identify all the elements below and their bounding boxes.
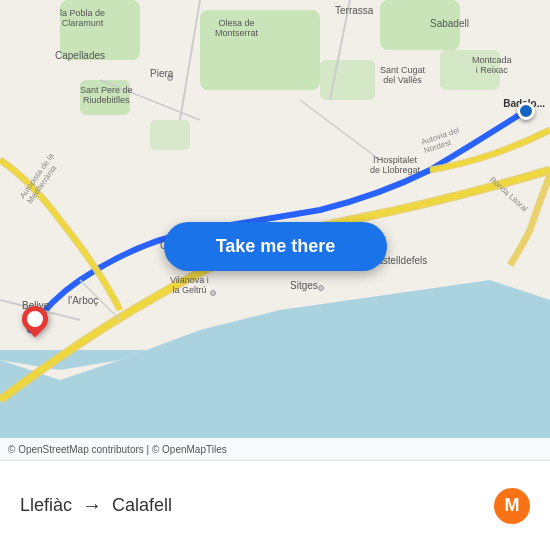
destination-marker-inner — [24, 308, 47, 331]
svg-line-5 — [300, 100, 380, 160]
moovit-icon: M — [494, 488, 530, 524]
origin-label: Llefiàc — [20, 495, 72, 516]
bottom-bar: Llefiàc → Calafell M — [0, 460, 550, 550]
city-dot-piera — [167, 75, 173, 81]
destination-marker — [22, 306, 50, 342]
route-info: Llefiàc → Calafell — [20, 494, 494, 517]
map-attribution: © OpenStreetMap contributors | © OpenMap… — [0, 438, 550, 460]
svg-line-3 — [330, 0, 350, 100]
map-view: la Pobla deClaramunt Capellades Piera Sa… — [0, 0, 550, 460]
moovit-logo: M — [494, 488, 530, 524]
destination-label: Calafell — [112, 495, 172, 516]
route-arrow-icon: → — [82, 494, 102, 517]
moovit-icon-text: M — [505, 495, 520, 516]
attribution-text: © OpenStreetMap contributors | © OpenMap… — [8, 444, 227, 455]
take-me-there-label: Take me there — [216, 236, 336, 257]
city-dot-sitges — [318, 285, 324, 291]
origin-marker — [517, 102, 535, 120]
svg-line-2 — [180, 0, 200, 120]
app-container: la Pobla deClaramunt Capellades Piera Sa… — [0, 0, 550, 550]
city-dot-vilanova — [210, 290, 216, 296]
take-me-there-button[interactable]: Take me there — [164, 222, 387, 271]
destination-marker-pin — [17, 301, 54, 338]
